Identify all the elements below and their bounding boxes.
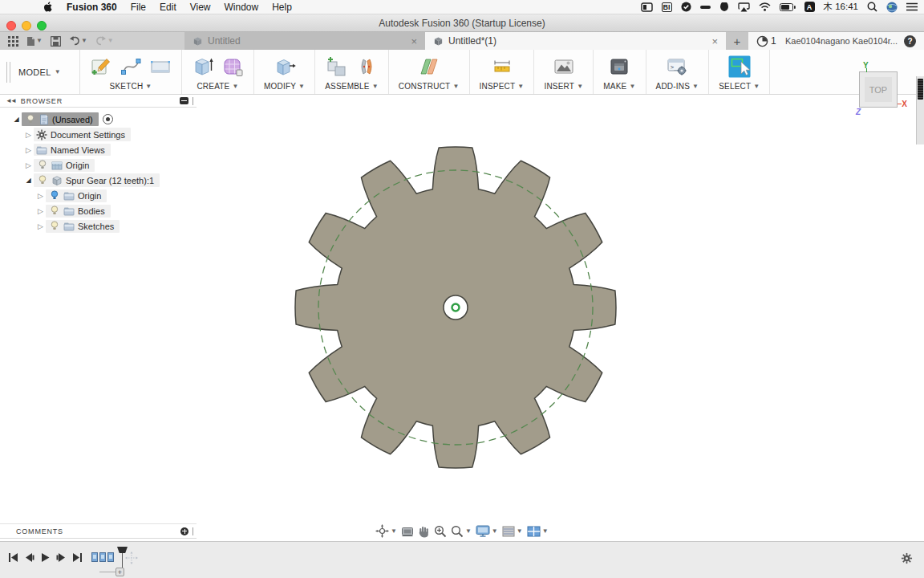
visibility-bulb-icon[interactable] — [36, 160, 48, 170]
add-comment-icon[interactable] — [180, 527, 188, 535]
orbit-button[interactable]: ▼ — [375, 524, 397, 538]
panel-resize-grip[interactable] — [192, 97, 193, 105]
toolbar-menu-construct[interactable]: CONSTRUCT▼ — [399, 82, 460, 91]
collapse-panel-icon[interactable]: ◄◄ — [6, 97, 15, 104]
globe-icon[interactable] — [886, 0, 898, 14]
new-component-icon[interactable] — [326, 55, 348, 78]
step-forward-button[interactable] — [56, 552, 67, 563]
menu-file[interactable]: File — [131, 2, 146, 13]
toolbar-menu-modify[interactable]: MODIFY▼ — [264, 82, 305, 91]
expand-icon[interactable]: ▷ — [35, 192, 46, 200]
input-source-icon[interactable]: A — [804, 0, 815, 14]
tab-close-icon[interactable]: × — [711, 35, 718, 47]
timeline-add-group-icon[interactable]: + — [116, 568, 124, 576]
toolbar-drag-handle[interactable] — [6, 62, 10, 83]
browser-row-document-settings[interactable]: ▷Document Settings — [0, 127, 197, 142]
menu-help[interactable]: Help — [272, 2, 292, 13]
joint-icon[interactable] — [355, 55, 378, 78]
visibility-bulb-icon[interactable] — [36, 175, 48, 185]
menubar-clock[interactable]: 木 16:41 — [824, 0, 858, 14]
browser-row-unsaved[interactable]: ◢(Unsaved) — [0, 112, 197, 127]
onepassword-icon[interactable] — [700, 0, 711, 14]
measure-icon[interactable] — [491, 55, 513, 78]
spotlight-icon[interactable] — [867, 0, 877, 14]
app-grid-icon[interactable] — [8, 36, 18, 47]
timeline-feature-3[interactable] — [107, 552, 114, 562]
expand-icon[interactable]: ▷ — [23, 131, 34, 139]
menubar-app-name[interactable]: Fusion 360 — [67, 2, 117, 13]
file-menu-button[interactable]: ▼ — [26, 36, 43, 47]
step-back-button[interactable] — [24, 552, 34, 563]
collapse-icon[interactable]: ◢ — [11, 116, 22, 123]
dock-panel-icon[interactable] — [180, 97, 188, 104]
chevron-down-icon[interactable]: ▼ — [492, 528, 498, 535]
visibility-bulb-icon[interactable] — [24, 114, 36, 124]
browser-row-bodies[interactable]: ▷Bodies — [0, 203, 197, 218]
viewcube[interactable]: Y X Z TOP — [859, 71, 898, 108]
airplay-icon[interactable] — [738, 0, 750, 14]
look-at-button[interactable] — [401, 526, 414, 537]
new-tab-button[interactable]: + — [726, 32, 748, 50]
menu-edit[interactable]: Edit — [160, 2, 176, 13]
tab-untitled-1-active[interactable]: Untitled*(1) × — [425, 32, 726, 50]
visibility-bulb-icon[interactable] — [48, 206, 60, 216]
fit-button[interactable]: ▼ — [451, 525, 472, 538]
center-mark[interactable] — [452, 304, 460, 311]
expand-icon[interactable]: ▷ — [35, 222, 46, 230]
visibility-bulb-icon[interactable] — [48, 190, 60, 201]
menu-window[interactable]: Window — [225, 2, 259, 13]
grid-settings-button[interactable]: ▼ — [502, 526, 523, 537]
expand-icon[interactable]: ▷ — [23, 146, 34, 154]
pan-button[interactable] — [418, 525, 430, 538]
toolbar-menu-assemble[interactable]: ASSEMBLE▼ — [325, 82, 379, 91]
collapse-icon[interactable]: ◢ — [23, 177, 34, 184]
browser-row-spur-gear-12-teeth-1[interactable]: ◢Spur Gear (12 teeth):1 — [0, 173, 197, 188]
battery-icon[interactable] — [780, 0, 796, 14]
undo-button[interactable]: ▼ — [69, 36, 87, 46]
display-settings-button[interactable]: ▼ — [476, 525, 498, 537]
help-button[interactable]: ? — [904, 35, 916, 47]
panel-resize-grip[interactable] — [192, 527, 193, 535]
comments-panel-header[interactable]: COMMENTS — [0, 523, 197, 539]
expand-icon[interactable]: ▷ — [35, 207, 46, 215]
browser-row-origin[interactable]: ▷Origin — [0, 157, 197, 173]
bi-icon[interactable]: BI — [662, 0, 672, 14]
preferences-gear-icon[interactable] — [901, 552, 913, 564]
insert-image-icon[interactable] — [553, 55, 575, 78]
apple-menu-icon[interactable] — [44, 2, 53, 12]
construction-plane-icon[interactable] — [418, 55, 440, 78]
select-icon[interactable] — [728, 55, 751, 78]
scripts-addins-icon[interactable]: >_ — [666, 55, 688, 78]
tab-close-icon[interactable]: × — [411, 35, 417, 47]
control-center-icon[interactable] — [906, 0, 918, 14]
spur-gear-body[interactable] — [291, 143, 620, 472]
browser-row-origin[interactable]: ▷Origin — [0, 188, 197, 203]
toolbar-menu-create[interactable]: CREATE▼ — [197, 82, 238, 91]
chevron-down-icon[interactable]: ▼ — [465, 528, 472, 535]
toolbar-menu-select[interactable]: SELECT▼ — [719, 82, 760, 91]
evernote-icon[interactable] — [719, 0, 729, 14]
redo-button[interactable]: ▼ — [95, 36, 114, 46]
tab-untitled[interactable]: Untitled × — [184, 32, 425, 50]
scrollbar-thumb[interactable] — [918, 79, 923, 100]
browser-row-sketches[interactable]: ▷Sketches — [0, 218, 197, 234]
form-icon[interactable] — [221, 55, 244, 78]
shield-icon[interactable] — [681, 0, 691, 14]
chevron-down-icon[interactable]: ▼ — [391, 528, 397, 535]
press-pull-icon[interactable] — [274, 55, 296, 78]
save-button[interactable] — [51, 36, 61, 47]
timeline-feature-2[interactable] — [99, 552, 106, 562]
toolbar-menu-make[interactable]: MAKE▼ — [603, 82, 635, 91]
display-icon[interactable] — [641, 0, 653, 14]
toolbar-menu-sketch[interactable]: SKETCH▼ — [110, 82, 152, 91]
3d-print-icon[interactable] — [608, 55, 630, 78]
toolbar-menu-add-ins[interactable]: ADD-INS▼ — [656, 82, 699, 91]
spline-icon[interactable] — [120, 55, 142, 78]
chevron-down-icon[interactable]: ▼ — [542, 528, 549, 535]
activate-component-radio[interactable] — [103, 114, 113, 124]
go-to-end-button[interactable] — [72, 552, 83, 563]
user-account-button[interactable]: Kae0104nagano Kae0104r... — [785, 36, 898, 46]
menu-view[interactable]: View — [190, 2, 211, 13]
toolbar-menu-insert[interactable]: INSERT▼ — [544, 82, 583, 91]
job-status-button[interactable]: 1 — [756, 35, 776, 47]
